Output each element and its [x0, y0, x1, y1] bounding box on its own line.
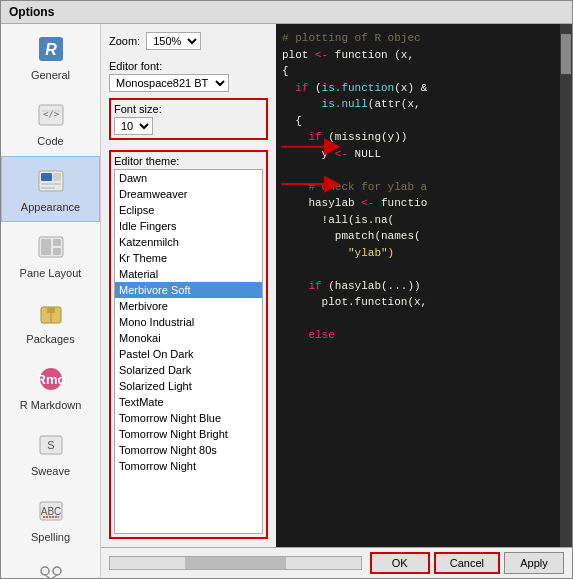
editor-font-label: Editor font: — [109, 60, 268, 72]
theme-item[interactable]: Tomorrow Night Blue — [115, 410, 262, 426]
sidebar-item-rmarkdown[interactable]: Rmd R Markdown — [1, 354, 100, 420]
font-size-label: Font size: — [114, 103, 263, 115]
sidebar-appearance-label: Appearance — [21, 201, 80, 213]
apply-button[interactable]: Apply — [504, 552, 564, 574]
theme-item[interactable]: Tomorrow Night Bright — [115, 426, 262, 442]
vertical-scrollbar[interactable] — [560, 24, 572, 547]
sidebar: R General </> Code — [1, 24, 101, 578]
sidebar-item-pane-layout[interactable]: Pane Layout — [1, 222, 100, 288]
svg-rect-11 — [41, 239, 51, 255]
spelling-icon: ABC — [35, 495, 67, 527]
sidebar-rmarkdown-label: R Markdown — [20, 399, 82, 411]
main-panel: Zoom: 150% 100% 125% 175% 200% Editor fo… — [101, 24, 572, 578]
horizontal-scrollbar[interactable] — [109, 556, 362, 570]
font-select-row: Monospace821 BT — [109, 74, 268, 92]
font-size-select[interactable]: 10 8 9 11 12 14 — [114, 117, 153, 135]
svg-point-25 — [53, 567, 61, 575]
sidebar-item-sweave[interactable]: S Sweave — [1, 420, 100, 486]
theme-item[interactable]: Merbivore — [115, 298, 262, 314]
svg-rect-7 — [53, 173, 61, 181]
scrollbar-thumb[interactable] — [561, 34, 571, 74]
packages-icon — [35, 297, 67, 329]
window-title: Options — [9, 5, 54, 19]
theme-item[interactable]: TextMate — [115, 394, 262, 410]
svg-rect-13 — [53, 248, 61, 255]
sidebar-item-spelling[interactable]: ABC Spelling — [1, 486, 100, 552]
sidebar-sweave-label: Sweave — [31, 465, 70, 477]
theme-item[interactable]: Merbivore Soft — [115, 282, 262, 298]
pane-icon — [35, 231, 67, 263]
font-select[interactable]: Monospace821 BT — [109, 74, 229, 92]
sweave-icon: S — [35, 429, 67, 461]
svg-rect-12 — [53, 239, 61, 246]
theme-item[interactable]: Tomorrow Night — [115, 458, 262, 474]
sidebar-item-appearance[interactable]: Appearance — [1, 156, 100, 222]
code-preview: # plotting of R objec plot <- function (… — [276, 24, 572, 547]
svg-rect-15 — [47, 307, 55, 313]
general-icon: R — [35, 33, 67, 65]
sidebar-item-gitsvn[interactable]: Git/SVN — [1, 552, 100, 578]
git-icon — [35, 561, 67, 578]
options-window: Options R General </> — [0, 0, 573, 579]
theme-item[interactable]: Tomorrow Night 80s — [115, 442, 262, 458]
bottom-bar: OK Cancel Apply — [101, 547, 572, 578]
svg-rect-8 — [41, 183, 61, 185]
theme-item[interactable]: Solarized Dark — [115, 362, 262, 378]
sidebar-item-code[interactable]: </> Code — [1, 90, 100, 156]
svg-line-28 — [51, 575, 57, 578]
svg-text:ABC: ABC — [40, 506, 61, 517]
theme-item[interactable]: Mono Industrial — [115, 314, 262, 330]
font-size-section: Font size: 10 8 9 11 12 14 — [109, 98, 268, 140]
title-bar: Options — [1, 1, 572, 24]
sidebar-item-general[interactable]: R General — [1, 24, 100, 90]
theme-item[interactable]: Dreamweaver — [115, 186, 262, 202]
h-scrollbar-thumb[interactable] — [185, 557, 285, 569]
svg-text:S: S — [47, 439, 54, 451]
sidebar-pane-label: Pane Layout — [20, 267, 82, 279]
buttons-row: OK Cancel Apply — [370, 552, 564, 574]
theme-list[interactable]: DawnDreamweaverEclipseIdle FingersKatzen… — [114, 169, 263, 534]
svg-text:Rmd: Rmd — [37, 372, 65, 387]
theme-item[interactable]: Kr Theme — [115, 250, 262, 266]
left-options: Zoom: 150% 100% 125% 175% 200% Editor fo… — [101, 24, 276, 547]
svg-rect-6 — [41, 173, 52, 181]
svg-point-24 — [41, 567, 49, 575]
code-icon: </> — [35, 99, 67, 131]
theme-item[interactable]: Katzenmilch — [115, 234, 262, 250]
theme-item[interactable]: Idle Fingers — [115, 218, 262, 234]
cancel-button[interactable]: Cancel — [434, 552, 500, 574]
theme-item[interactable]: Eclipse — [115, 202, 262, 218]
rmarkdown-icon: Rmd — [35, 363, 67, 395]
options-area: Zoom: 150% 100% 125% 175% 200% Editor fo… — [101, 24, 572, 547]
ok-button[interactable]: OK — [370, 552, 430, 574]
sidebar-spelling-label: Spelling — [31, 531, 70, 543]
sidebar-item-packages[interactable]: Packages — [1, 288, 100, 354]
theme-item[interactable]: Dawn — [115, 170, 262, 186]
svg-line-27 — [45, 575, 51, 578]
editor-theme-section: Editor theme: DawnDreamweaverEclipseIdle… — [109, 150, 268, 539]
svg-text:R: R — [45, 41, 57, 58]
editor-font-section: Editor font: Monospace821 BT — [109, 60, 268, 92]
theme-item[interactable]: Monokai — [115, 330, 262, 346]
editor-theme-label: Editor theme: — [114, 155, 263, 167]
zoom-select[interactable]: 150% 100% 125% 175% 200% — [146, 32, 201, 50]
code-lines: # plotting of R objec plot <- function (… — [276, 24, 572, 350]
theme-item[interactable]: Material — [115, 266, 262, 282]
zoom-label: Zoom: — [109, 35, 140, 47]
sidebar-general-label: General — [31, 69, 70, 81]
svg-rect-9 — [41, 187, 55, 189]
theme-item[interactable]: Solarized Light — [115, 378, 262, 394]
appearance-icon — [35, 165, 67, 197]
theme-item[interactable]: Pastel On Dark — [115, 346, 262, 362]
sidebar-packages-label: Packages — [26, 333, 74, 345]
zoom-row: Zoom: 150% 100% 125% 175% 200% — [109, 32, 268, 50]
sidebar-code-label: Code — [37, 135, 63, 147]
